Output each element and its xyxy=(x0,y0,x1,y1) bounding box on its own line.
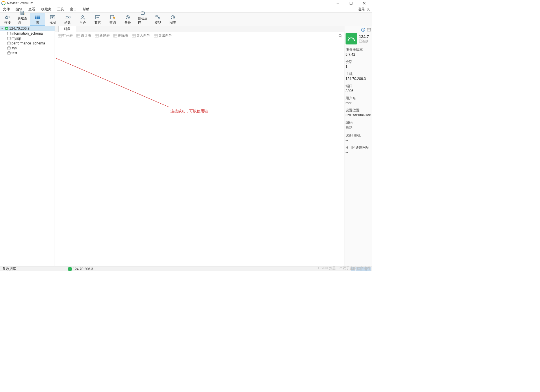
database-icon xyxy=(7,31,11,36)
design-table-button[interactable]: 设计表 xyxy=(75,33,92,38)
user-button[interactable]: 用户 xyxy=(75,13,90,26)
menu-view[interactable]: 查看 xyxy=(25,6,38,12)
tree-node-database[interactable]: information_schema xyxy=(0,31,55,36)
svg-point-46 xyxy=(8,51,10,53)
tree-node-database[interactable]: performance_schema xyxy=(0,41,55,46)
table-button[interactable]: 表 xyxy=(30,13,45,26)
title-bar: Navicat Premium xyxy=(0,0,372,6)
database-icon xyxy=(7,51,11,55)
toolbar-label: 视图 xyxy=(49,20,56,25)
backup-button[interactable]: 备份 xyxy=(120,13,135,26)
connection-tree[interactable]: 124.70.206.3 information_schemamysqlperf… xyxy=(0,26,55,266)
toolbar-label: 图表 xyxy=(170,20,176,25)
info-key: 端口 xyxy=(346,84,371,89)
svg-rect-74 xyxy=(68,267,72,271)
tab-objects[interactable]: 对象 xyxy=(58,26,76,32)
table-small-icon xyxy=(113,34,117,38)
svg-point-73 xyxy=(348,37,349,38)
new-query-button[interactable]: 新建查询 xyxy=(15,13,30,26)
table-small-icon xyxy=(95,34,99,38)
connection-status: 已连接 xyxy=(359,39,369,43)
toolbar-label: 函数 xyxy=(64,20,71,25)
svg-point-65 xyxy=(339,34,341,37)
svg-rect-50 xyxy=(77,34,80,37)
info-row: 主机124.70.206.3 xyxy=(346,72,371,81)
menu-bar: 文件 编辑 查看 收藏夹 工具 窗口 帮助 登录 xyxy=(0,6,372,13)
import-wizard-button[interactable]: 导入向导 xyxy=(131,33,151,38)
table-small-icon xyxy=(154,34,158,38)
robot-icon xyxy=(140,10,146,16)
svg-point-20 xyxy=(52,17,53,18)
info-row: 端口3306 xyxy=(346,84,371,93)
subtoolbar-label: 打开表 xyxy=(62,33,73,38)
menu-tools[interactable]: 工具 xyxy=(54,6,67,12)
function-button[interactable]: f(x)函数 xyxy=(60,13,75,26)
model-icon xyxy=(155,15,161,20)
info-value: 1 xyxy=(346,65,371,69)
tree-node-database[interactable]: sys xyxy=(0,46,55,51)
collapse-icon[interactable] xyxy=(1,27,4,30)
tree-db-label: test xyxy=(12,51,17,55)
menu-favorites[interactable]: 收藏夹 xyxy=(38,6,54,12)
table-small-icon xyxy=(58,34,62,38)
svg-rect-4 xyxy=(350,2,352,4)
tree-db-label: performance_schema xyxy=(12,41,45,45)
search-icon[interactable] xyxy=(338,34,342,38)
menu-window[interactable]: 窗口 xyxy=(67,6,80,12)
toolbar-label: 表 xyxy=(36,20,39,25)
tree-db-label: mysql xyxy=(12,36,21,40)
minimize-button[interactable] xyxy=(331,0,344,6)
table-small-icon xyxy=(132,34,136,38)
other-button[interactable]: 其它 xyxy=(90,13,105,26)
annotation-arrow-icon xyxy=(55,39,344,155)
info-key: 主机 xyxy=(346,72,371,76)
info-value: -- xyxy=(346,150,371,154)
svg-rect-13 xyxy=(35,16,40,19)
svg-point-44 xyxy=(8,42,10,43)
tree-node-database[interactable]: mysql xyxy=(0,36,55,41)
info-icon[interactable] xyxy=(361,28,365,32)
connection-summary: 124.7 已连接 xyxy=(346,33,371,44)
query-button[interactable]: 查询 xyxy=(105,13,120,26)
tab-strip: 对象 xyxy=(55,26,344,32)
chart-button[interactable]: 图表 xyxy=(165,13,180,26)
info-panel: 124.7 已连接 服务器版本5.7.42会话1主机124.70.206.3端口… xyxy=(344,26,372,266)
svg-point-22 xyxy=(82,16,83,17)
model-button[interactable]: 模型 xyxy=(150,13,165,26)
delete-table-button[interactable]: 删除表 xyxy=(112,33,129,38)
database-icon xyxy=(7,41,11,45)
connect-button[interactable]: 连接 xyxy=(0,13,15,26)
open-table-button[interactable]: 打开表 xyxy=(57,33,74,38)
login-label: 登录 xyxy=(358,7,365,12)
login-button[interactable]: 登录 xyxy=(357,6,372,12)
menu-help[interactable]: 帮助 xyxy=(80,6,92,12)
status-bar: 5 数据库 124.70.206.3 CSDN @是一个双子座的程序猿呀 xyxy=(0,266,372,271)
svg-rect-8 xyxy=(5,17,8,18)
automation-button[interactable]: 自动运行 xyxy=(135,13,150,26)
tree-node-database[interactable]: test xyxy=(0,51,55,55)
dots-icon xyxy=(94,15,101,20)
new-table-button[interactable]: 新建表 xyxy=(94,33,111,38)
export-wizard-button[interactable]: 导出向导 xyxy=(153,33,173,38)
database-icon xyxy=(7,36,11,40)
panel-toggle-icon[interactable] xyxy=(367,28,371,32)
mysql-connection-icon xyxy=(5,27,9,31)
subtoolbar-label: 设计表 xyxy=(81,33,91,38)
status-db-count: 5 数据库 xyxy=(0,266,19,271)
app-title: Navicat Premium xyxy=(7,1,331,5)
info-value: -- xyxy=(346,138,371,142)
info-key: 服务器版本 xyxy=(346,47,371,52)
menu-file[interactable]: 文件 xyxy=(0,6,13,12)
info-value: 3306 xyxy=(346,89,371,93)
toolbar-label: 模型 xyxy=(155,20,161,25)
subtoolbar-label: 导出向导 xyxy=(158,33,172,38)
svg-point-45 xyxy=(8,46,10,48)
main-toolbar: 连接新建查询表视图f(x)函数用户其它查询备份自动运行模型图表 xyxy=(0,13,372,26)
maximize-button[interactable] xyxy=(344,0,358,6)
view-button[interactable]: 视图 xyxy=(45,13,60,26)
user-icon xyxy=(366,8,370,12)
info-row: 编码自动 xyxy=(346,120,371,130)
tree-node-connection[interactable]: 124.70.206.3 xyxy=(0,26,55,31)
close-button[interactable] xyxy=(358,0,371,6)
eye-icon xyxy=(49,15,56,20)
